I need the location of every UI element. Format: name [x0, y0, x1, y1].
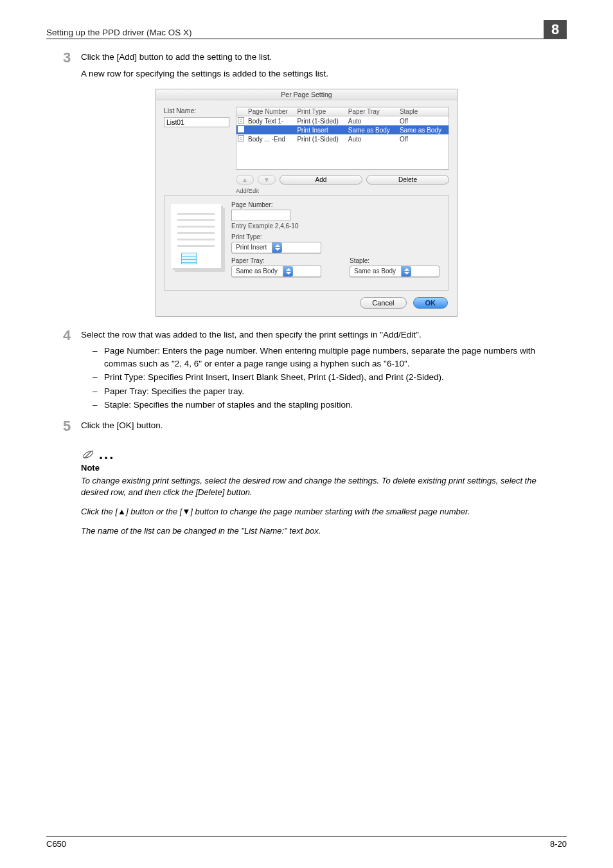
- step-number-3: 3: [53, 51, 81, 65]
- step4-text: Select the row that was added to the lis…: [81, 329, 560, 341]
- th-staple: Staple: [397, 107, 449, 116]
- step4-bullet: Staple: Specifies the number of staples …: [93, 399, 560, 411]
- chevron-updown-icon: [272, 242, 282, 253]
- print-type-select[interactable]: Print Insert: [231, 242, 321, 253]
- th-print-type: Print Type: [294, 107, 345, 116]
- paper-tray-label: Paper Tray:: [231, 257, 324, 264]
- note-label: Note: [81, 463, 558, 473]
- page-preview-icon: [171, 204, 221, 268]
- step5-text: Click the [OK] button.: [81, 419, 560, 432]
- note-dots: ...: [99, 446, 114, 463]
- step3-text-2: A new row for specifying the settings is…: [81, 68, 560, 80]
- move-down-button[interactable]: ▼: [258, 175, 276, 185]
- row-icon: [238, 117, 244, 123]
- page-number-label: Page Number:: [231, 201, 442, 208]
- add-edit-label: Add/Edit: [236, 187, 449, 194]
- table-row[interactable]: Body Text 1- Print (1-Sided) Auto Off: [236, 116, 449, 126]
- note-text-3: The name of the list can be changed in t…: [81, 525, 558, 537]
- page-number-input[interactable]: [231, 210, 290, 221]
- paper-tray-select[interactable]: Same as Body: [231, 266, 321, 277]
- th-paper-tray: Paper Tray: [346, 107, 397, 116]
- delete-button[interactable]: Delete: [366, 175, 449, 185]
- footer-model: C650: [46, 839, 66, 849]
- footer-page: 8-20: [550, 839, 567, 849]
- dialog-title: Per Page Setting: [156, 89, 457, 100]
- step3-text: Click the [Add] button to add the settin…: [81, 51, 560, 64]
- ok-button[interactable]: OK: [413, 297, 449, 309]
- row-icon: [238, 126, 244, 132]
- add-button[interactable]: Add: [280, 175, 362, 185]
- chevron-updown-icon: [283, 266, 293, 276]
- step4-bullet: Print Type: Specifies Print Insert, Inse…: [93, 371, 560, 384]
- move-up-button[interactable]: ▲: [236, 175, 254, 185]
- note-icon: [81, 448, 95, 462]
- chapter-number-badge: 8: [544, 20, 567, 39]
- section-title: Setting up the PPD driver (Mac OS X): [46, 28, 192, 37]
- step-number-4: 4: [53, 329, 81, 343]
- cancel-button[interactable]: Cancel: [360, 297, 406, 309]
- staple-select[interactable]: Same as Body: [350, 266, 440, 277]
- page-number-hint: Entry Example 2,4,6-10: [231, 222, 442, 230]
- settings-table[interactable]: Page Number Print Type Paper Tray Staple…: [236, 107, 449, 170]
- per-page-setting-dialog: Per Page Setting List Name: Page Number …: [155, 89, 458, 317]
- chevron-updown-icon: [401, 266, 411, 276]
- print-type-label: Print Type:: [231, 233, 442, 240]
- list-name-label: List Name:: [164, 107, 229, 114]
- step4-bullet: Paper Tray: Specifies the paper tray.: [93, 385, 560, 398]
- table-row[interactable]: Body ... -End Print (1-Sided) Auto Off: [236, 134, 449, 143]
- step4-bullet: Page Number: Enters the page number. Whe…: [93, 345, 560, 370]
- note-text-2: Click the [▲] button or the [▼] button t…: [81, 506, 558, 518]
- note-text-1: To change existing print settings, selec…: [81, 475, 558, 498]
- step-number-5: 5: [53, 419, 81, 433]
- list-name-input[interactable]: [164, 117, 229, 127]
- staple-label: Staple:: [350, 257, 442, 264]
- row-icon: [238, 135, 244, 141]
- table-row-selected[interactable]: Print Insert Same as Body Same as Body: [236, 125, 449, 134]
- th-page-number: Page Number: [245, 107, 294, 116]
